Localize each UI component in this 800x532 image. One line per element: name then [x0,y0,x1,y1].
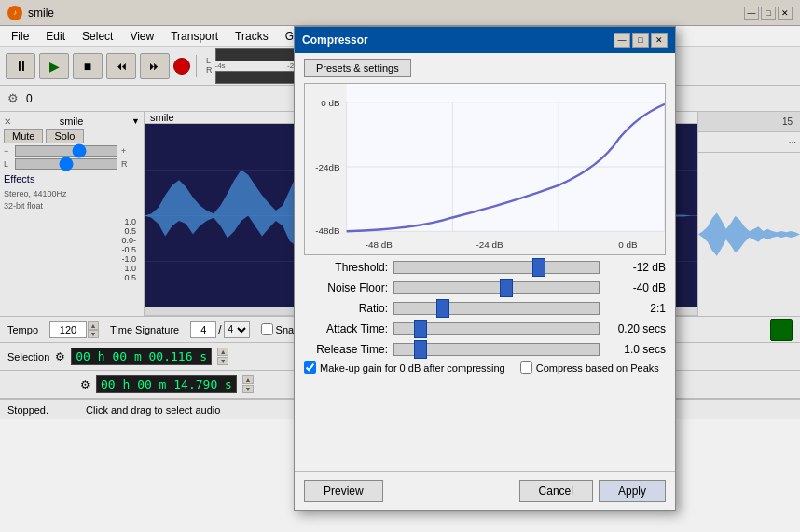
tempo-up-button[interactable]: ▲ [88,321,99,330]
release-time-slider[interactable] [393,343,600,356]
compressor-graph: 0 dB -24dB -48dB -48 dB -24 dB 0 dB [304,83,666,255]
window-controls: — □ ✕ [744,7,793,20]
time1-down-button[interactable]: ▼ [217,357,228,365]
compress-peaks-check-label[interactable]: Compress based on Peaks [520,361,659,374]
noise-floor-value: -40 dB [605,281,666,294]
play-button[interactable]: ▶ [39,53,69,79]
menu-view[interactable]: View [122,28,161,45]
right-waveform-svg [698,153,800,316]
compressor-graph-svg: 0 dB -24dB -48dB -48 dB -24 dB 0 dB [305,84,665,254]
volume-minus-icon: − [4,146,11,156]
title-bar-left: ♪ smile [7,6,54,20]
compress-peaks-label: Compress based on Peaks [536,362,659,374]
mute-solo-controls: Mute Solo [4,129,140,143]
ratio-slider[interactable] [393,302,600,315]
pan-slider[interactable] [15,158,117,170]
ts-numerator-input[interactable] [190,321,216,338]
release-time-row: Release Time: 1.0 secs [304,343,666,356]
menu-edit[interactable]: Edit [38,28,73,45]
time2-down-button[interactable]: ▼ [242,385,254,393]
rt-menu-icon[interactable]: ··· [789,137,796,147]
makeup-gain-checkbox[interactable] [304,361,316,374]
threshold-slider[interactable] [393,261,600,274]
compressor-dialog: Compressor — □ ✕ Presets & settings [294,26,676,511]
selection-label: Selection [7,351,49,362]
settings-icon[interactable]: ⚙ [7,91,19,105]
time2-up-button[interactable]: ▲ [242,375,254,384]
menu-tracks[interactable]: Tracks [228,28,276,45]
tempo-down-button[interactable]: ▼ [88,330,99,338]
checkbox-row: Make-up gain for 0 dB after compressing … [304,361,666,374]
tempo-input[interactable] [49,321,87,338]
attack-time-value: 0.20 secs [605,322,666,335]
selection-gear-icon[interactable]: ⚙ [55,350,65,363]
ts-denominator-select[interactable]: 4 8 [224,321,250,338]
apply-button[interactable]: Apply [599,480,666,502]
threshold-label: Threshold: [304,261,388,274]
compress-peaks-checkbox[interactable] [520,361,532,374]
minimize-button[interactable]: — [744,7,759,20]
volume-pan-area: − + L R [4,145,140,170]
track-header: ✕ smile ▼ [4,116,140,127]
svg-text:-24 dB: -24 dB [476,239,503,250]
rt-ruler: 15 [698,112,800,132]
makeup-gain-check-label[interactable]: Make-up gain for 0 dB after compressing [304,361,505,374]
attack-time-slider[interactable] [393,322,600,335]
ratio-row: Ratio: 2:1 [304,302,666,315]
release-time-value: 1.0 secs [605,343,666,356]
maximize-button[interactable]: □ [761,7,776,20]
noise-floor-slider[interactable] [393,281,600,294]
prev-button[interactable]: ⏮ [106,53,136,79]
menu-transport[interactable]: Transport [163,28,226,45]
dialog-title-bar: Compressor — □ ✕ [295,27,675,53]
svg-text:-48 dB: -48 dB [366,239,393,250]
right-waveform [698,153,800,316]
svg-text:0 dB: 0 dB [321,98,340,108]
threshold-row: Threshold: -12 dB [304,261,666,274]
selection-gear-icon-2[interactable]: ⚙ [80,378,90,391]
presets-button[interactable]: Presets & settings [304,59,411,77]
dialog-close-button[interactable]: ✕ [651,33,668,48]
dialog-window-controls: — □ ✕ [614,33,668,48]
close-button[interactable]: ✕ [778,7,793,20]
solo-button[interactable]: Solo [46,129,83,143]
time-sig-controls: / 4 8 [190,321,249,338]
ratio-label: Ratio: [304,302,388,315]
svg-text:-24dB: -24dB [315,162,340,172]
preview-button[interactable]: Preview [304,480,383,502]
menu-file[interactable]: File [4,28,36,45]
lr-label: LR [206,57,213,75]
bottom-play-button[interactable] [770,319,793,341]
mute-button[interactable]: Mute [4,129,43,143]
bottom-play-area [770,319,793,341]
track-info: Stereo, 44100Hz32-bit float [4,188,140,211]
svg-rect-5 [305,84,665,254]
dialog-maximize-button[interactable]: □ [632,33,649,48]
noise-floor-row: Noise Floor: -40 dB [304,281,666,294]
volume-slider[interactable] [15,145,117,157]
release-time-label: Release Time: [304,343,388,356]
stop-button[interactable]: ■ [73,53,103,79]
pause-button[interactable]: ⏸ [6,53,35,79]
next-button[interactable]: ⏭ [140,53,170,79]
track-close-icon[interactable]: ✕ [4,116,11,127]
play-triangle-icon [775,323,788,336]
svg-rect-7 [347,231,665,254]
attack-time-label: Attack Time: [304,322,388,335]
time1-up-button[interactable]: ▲ [217,348,228,356]
app-title: smile [28,7,54,20]
dialog-footer: Preview Cancel Apply [295,471,675,510]
dialog-body: Presets & settings [295,53,675,471]
dialog-minimize-button[interactable]: — [614,33,630,48]
cursor-position: 0 [26,92,33,105]
menu-select[interactable]: Select [75,28,120,45]
effects-button[interactable]: Effects [4,173,140,184]
record-button[interactable] [173,58,190,75]
main-window: ♪ smile — □ ✕ File Edit Select View Tran… [0,0,800,532]
snap-checkbox[interactable] [261,323,273,335]
toolbar-separator [196,55,197,77]
rt-ruler-value: 15 [782,116,793,127]
cancel-button[interactable]: Cancel [519,480,593,502]
svg-text:-48dB: -48dB [315,225,340,236]
track-dropdown-icon[interactable]: ▼ [131,116,140,126]
